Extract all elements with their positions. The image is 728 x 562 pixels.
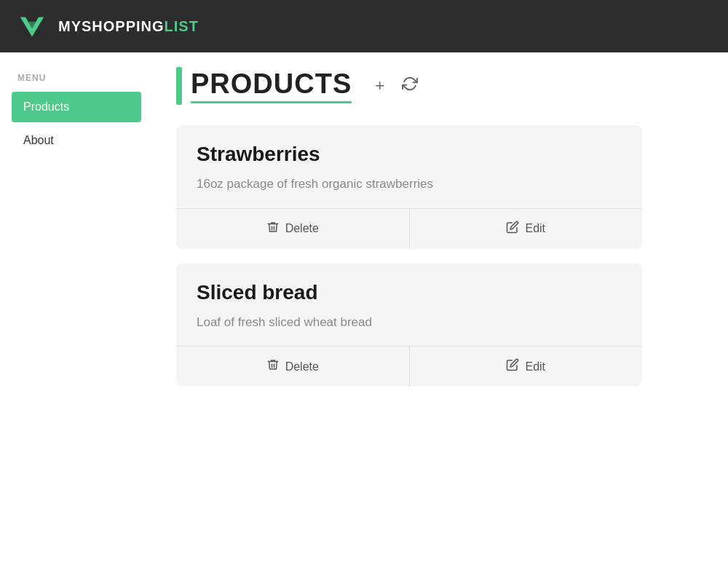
product-description: Loaf of fresh sliced wheat bread [197, 313, 622, 332]
product-card-actions: Delete Edit [176, 208, 642, 249]
product-name: Strawberries [197, 143, 622, 166]
sidebar-item-about[interactable]: About [12, 125, 141, 156]
app-header: MYSHOPPINGLIST [0, 0, 728, 52]
edit-product-button[interactable]: Edit [410, 209, 643, 249]
page-title-bar [176, 67, 182, 105]
plus-icon: + [375, 76, 384, 95]
edit-label: Edit [525, 360, 545, 373]
edit-product-button[interactable]: Edit [410, 347, 643, 387]
sidebar-menu-label: MENU [12, 73, 141, 83]
app-title: MYSHOPPINGLIST [58, 18, 199, 35]
delete-product-button[interactable]: Delete [176, 209, 410, 249]
product-name: Sliced bread [197, 281, 622, 304]
page-header: PRODUCTS + [176, 67, 705, 105]
page-actions: + [372, 73, 421, 99]
product-card-body: Sliced bread Loaf of fresh sliced wheat … [176, 264, 642, 347]
sidebar-item-products[interactable]: Products [12, 92, 141, 122]
product-description: 16oz package of fresh organic strawberri… [197, 175, 622, 194]
page-title-wrapper: PRODUCTS [176, 67, 352, 105]
sidebar: MENU Products About [0, 52, 153, 562]
edit-icon [506, 358, 519, 375]
add-product-button[interactable]: + [372, 74, 387, 98]
main-layout: MENU Products About PRODUCTS + [0, 52, 728, 562]
trash-icon [266, 221, 280, 237]
delete-label: Delete [285, 360, 319, 373]
trash-icon [266, 358, 280, 375]
refresh-button[interactable] [399, 73, 421, 99]
delete-product-button[interactable]: Delete [176, 347, 410, 387]
refresh-icon [402, 76, 418, 96]
product-card-actions: Delete Edit [176, 346, 642, 387]
product-card-body: Strawberries 16oz package of fresh organ… [176, 125, 642, 208]
edit-label: Edit [525, 222, 545, 235]
page-title: PRODUCTS [191, 68, 352, 103]
main-content: PRODUCTS + [153, 52, 728, 562]
edit-icon [506, 221, 519, 237]
delete-label: Delete [285, 222, 319, 235]
product-card: Sliced bread Loaf of fresh sliced wheat … [176, 264, 642, 387]
app-logo [17, 12, 47, 41]
product-card: Strawberries 16oz package of fresh organ… [176, 125, 642, 249]
